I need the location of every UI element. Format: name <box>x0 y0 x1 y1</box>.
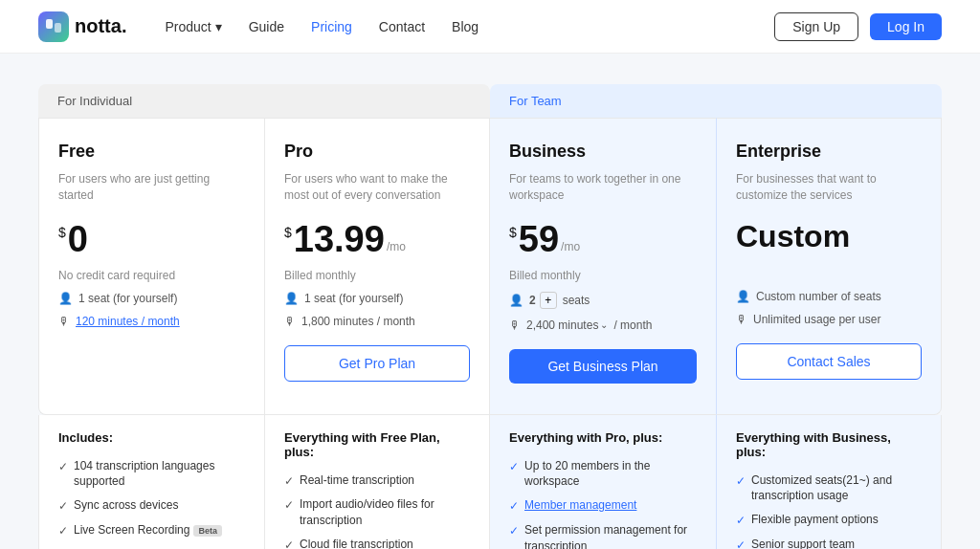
logo-text: notta. <box>75 15 126 37</box>
enterprise-price-row: Custom <box>736 221 922 252</box>
nav-actions: Sign Up Log In <box>774 12 942 41</box>
pro-seats-row: 👤 1 seat (for yourself) <box>284 292 470 305</box>
svg-rect-0 <box>46 19 53 29</box>
login-button[interactable]: Log In <box>870 13 942 40</box>
mic-icon: 🎙 <box>58 315 70 328</box>
business-plan-desc: For teams to work together in one worksp… <box>509 171 697 204</box>
free-seats-row: 👤 1 seat (for yourself) <box>58 292 245 305</box>
enterprise-features: Everything with Business, plus: ✓ Custom… <box>716 415 942 549</box>
business-features: Everything with Pro, plus: ✓ Up to 20 me… <box>490 415 716 549</box>
check-icon: ✓ <box>509 523 519 539</box>
list-item: ✓ Member management <box>509 497 697 515</box>
business-price-billing: Billed monthly <box>509 269 697 282</box>
free-plan-card: Free For users who are just getting star… <box>38 118 264 415</box>
get-business-button[interactable]: Get Business Plan <box>509 349 697 384</box>
main-content: For Individual For Team Free For users w… <box>0 54 980 549</box>
check-icon: ✓ <box>58 523 68 539</box>
check-icon: ✓ <box>284 497 294 514</box>
pro-plan-name: Pro <box>284 142 470 162</box>
free-features: Includes: ✓ 104 transcription languages … <box>38 415 264 549</box>
get-pro-button[interactable]: Get Pro Plan <box>284 345 470 382</box>
navbar: notta. Product ▾ Guide Pricing Contact B… <box>0 0 980 54</box>
enterprise-plan-name: Enterprise <box>736 142 922 162</box>
enterprise-seats-row: 👤 Custom number of seats <box>736 290 922 303</box>
check-icon: ✓ <box>736 538 746 549</box>
nav-product[interactable]: Product ▾ <box>165 19 221 34</box>
list-item: ✓ Senior support team <box>736 537 922 549</box>
list-item: ✓ Flexible payment options <box>736 512 922 529</box>
logo[interactable]: notta. <box>38 11 126 42</box>
enterprise-price-amount: Custom <box>736 221 850 252</box>
mic-icon: 🎙 <box>736 313 747 326</box>
free-plan-name: Free <box>58 142 245 162</box>
pro-price-row: $ 13.99 /mo <box>284 221 470 257</box>
svg-rect-1 <box>55 23 61 33</box>
nav-blog[interactable]: Blog <box>452 19 479 34</box>
list-item: ✓ Set permission management for transcri… <box>509 522 697 549</box>
person-icon: 👤 <box>58 292 73 305</box>
enterprise-plan-card: Enterprise For businesses that want to c… <box>716 118 942 415</box>
list-item: ✓ Live Screen RecordingBeta <box>58 522 245 539</box>
business-plan-name: Business <box>509 142 697 162</box>
contact-sales-button[interactable]: Contact Sales <box>736 343 922 380</box>
person-icon: 👤 <box>284 292 299 305</box>
features-grid: Includes: ✓ 104 transcription languages … <box>38 415 942 549</box>
nav-pricing[interactable]: Pricing <box>311 19 352 34</box>
person-icon: 👤 <box>736 290 750 303</box>
individual-section-header: For Individual <box>38 84 490 118</box>
nav-guide[interactable]: Guide <box>249 19 284 34</box>
pro-price-dollar: $ <box>284 225 292 240</box>
pricing-section-headers: For Individual For Team <box>38 84 942 118</box>
person-icon: 👤 <box>509 294 523 307</box>
check-icon: ✓ <box>58 498 68 515</box>
free-price-amount: 0 <box>68 221 88 257</box>
free-price-row: $ 0 <box>58 221 245 257</box>
business-price-per: /mo <box>561 240 580 253</box>
nav-contact[interactable]: Contact <box>379 19 425 34</box>
signup-button[interactable]: Sign Up <box>774 12 858 41</box>
pro-minutes-row: 🎙 1,800 minutes / month <box>284 315 470 328</box>
pro-price-billing: Billed monthly <box>284 269 470 282</box>
nav-links: Product ▾ Guide Pricing Contact Blog <box>165 19 774 34</box>
free-price-billing: No credit card required <box>58 269 245 282</box>
free-plan-desc: For users who are just getting started <box>58 171 245 204</box>
list-item: ✓ 104 transcription languages supported <box>58 458 245 491</box>
free-minutes-row: 🎙 120 minutes / month <box>58 315 245 328</box>
team-section-header: For Team <box>490 84 942 118</box>
check-icon: ✓ <box>284 538 294 549</box>
member-management-link[interactable]: Member management <box>524 498 636 512</box>
list-item: ✓ Cloud file transcription <box>284 537 470 549</box>
pro-features-title: Everything with Free Plan, plus: <box>284 430 470 459</box>
mic-icon: 🎙 <box>509 318 521 332</box>
business-seats-row: 👤 2 + seats <box>509 292 697 309</box>
check-icon: ✓ <box>736 473 746 490</box>
business-price-row: $ 59 /mo <box>509 221 697 257</box>
enterprise-minutes-row: 🎙 Unlimited usage per user <box>736 313 922 326</box>
list-item: ✓ Customized seats(21~) and transcriptio… <box>736 472 922 505</box>
check-icon: ✓ <box>58 459 68 475</box>
list-item: ✓ Sync across devices <box>58 497 245 515</box>
logo-icon <box>38 11 69 42</box>
minutes-dropdown[interactable]: 2,400 minutes ⌄ <box>526 318 608 332</box>
check-icon: ✓ <box>736 513 746 529</box>
business-plan-card: Business For teams to work together in o… <box>490 118 716 415</box>
free-features-title: Includes: <box>58 430 245 445</box>
pro-plan-card: Pro For users who want to make the most … <box>264 118 490 415</box>
enterprise-plan-desc: For businesses that want to customize th… <box>736 171 922 204</box>
enterprise-features-title: Everything with Business, plus: <box>736 430 922 459</box>
seats-increment[interactable]: + <box>540 292 557 309</box>
business-price-amount: 59 <box>519 221 559 257</box>
plan-cards: Free For users who are just getting star… <box>38 118 942 415</box>
business-minutes-row: 🎙 2,400 minutes ⌄ / month <box>509 318 697 332</box>
free-minutes-link[interactable]: 120 minutes / month <box>76 315 180 328</box>
business-features-title: Everything with Pro, plus: <box>509 430 697 445</box>
pro-price-amount: 13.99 <box>294 221 385 257</box>
mic-icon: 🎙 <box>284 315 296 328</box>
list-item: ✓ Real-time transcription <box>284 472 470 490</box>
pro-price-per: /mo <box>387 240 406 253</box>
business-price-dollar: $ <box>509 225 517 240</box>
list-item: ✓ Up to 20 members in the workspace <box>509 458 697 491</box>
check-icon: ✓ <box>284 473 294 490</box>
seats-number: 2 <box>529 294 536 307</box>
list-item: ✓ Import audio/video files for transcrip… <box>284 496 470 529</box>
